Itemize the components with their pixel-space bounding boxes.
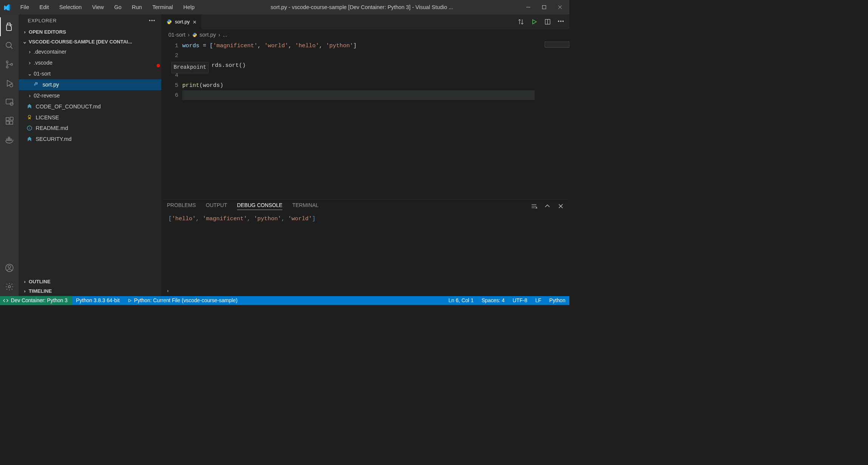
menu-help[interactable]: Help xyxy=(179,3,199,12)
tree-file-coc[interactable]: CODE_OF_CONDUCT.md xyxy=(19,101,162,112)
panel: PROBLEMS OUTPUT DEBUG CONSOLE TERMINAL [… xyxy=(162,199,569,296)
accounts-icon[interactable] xyxy=(0,258,19,277)
python-file-icon xyxy=(192,32,197,37)
svg-point-4 xyxy=(6,42,11,48)
svg-marker-28 xyxy=(533,20,537,24)
close-icon[interactable] xyxy=(557,4,563,11)
close-tab-icon[interactable]: × xyxy=(193,18,196,26)
tree-folder-01-sort[interactable]: ⌄ 01-sort xyxy=(19,68,162,79)
tree-file-sortpy[interactable]: sort.py xyxy=(19,79,162,90)
chevron-down-icon: ⌄ xyxy=(22,39,28,45)
debug-console-output[interactable]: ['hello', 'magnificent', 'python', 'worl… xyxy=(162,212,569,286)
minimap[interactable] xyxy=(535,41,569,199)
chevron-right-icon: › xyxy=(27,60,33,66)
timeline-header[interactable]: › TIMELINE xyxy=(19,286,162,296)
close-panel-icon[interactable] xyxy=(558,203,564,209)
more-actions-icon[interactable]: ••• xyxy=(558,19,564,25)
run-icon[interactable] xyxy=(531,19,537,25)
breakpoint-icon[interactable] xyxy=(157,64,160,67)
status-encoding[interactable]: UTF-8 xyxy=(509,298,531,304)
search-icon[interactable] xyxy=(0,36,19,55)
code-text: , xyxy=(319,42,326,49)
status-python[interactable]: Python 3.8.3 64-bit xyxy=(72,298,124,304)
status-language[interactable]: Python xyxy=(545,298,569,304)
output-text: 'magnificent' xyxy=(203,215,247,222)
svg-rect-11 xyxy=(6,99,13,104)
status-spaces[interactable]: Spaces: 4 xyxy=(478,298,509,304)
maximize-panel-icon[interactable] xyxy=(544,203,550,209)
tree-file-license[interactable]: LICENSE xyxy=(19,112,162,123)
tree-folder-devcontainer[interactable]: › .devcontainer xyxy=(19,46,162,57)
explorer-icon[interactable] xyxy=(0,17,19,36)
svg-point-22 xyxy=(8,266,11,268)
status-ln-col[interactable]: Ln 6, Col 1 xyxy=(444,298,478,304)
play-icon xyxy=(128,298,132,303)
svg-point-24 xyxy=(35,83,36,83)
remote-explorer-icon[interactable] xyxy=(0,93,19,111)
maximize-icon[interactable] xyxy=(541,4,547,11)
output-text: 'world' xyxy=(288,215,312,222)
chevron-right-icon: › xyxy=(22,29,28,35)
svg-rect-14 xyxy=(6,121,9,124)
status-launch[interactable]: Python: Current File (vscode-course-samp… xyxy=(123,298,241,304)
breadcrumb[interactable]: 01-sort › sort.py › ... xyxy=(162,29,569,40)
run-debug-icon[interactable] xyxy=(0,74,19,93)
tree-folder-02-reverse[interactable]: › 02-reverse xyxy=(19,90,162,101)
output-text: ] xyxy=(312,215,315,222)
outline-header[interactable]: › OUTLINE xyxy=(19,277,162,287)
menu-run[interactable]: Run xyxy=(128,3,146,12)
code-editor[interactable]: 1 2 4 5 6 words = ['magnificent', 'world… xyxy=(162,41,569,199)
settings-icon[interactable] xyxy=(0,277,19,296)
workspace-header[interactable]: ⌄ VSCODE-COURSE-SAMPLE [DEV CONTAI... xyxy=(19,37,162,46)
clear-console-icon[interactable] xyxy=(531,203,537,209)
minimap-viewport[interactable] xyxy=(545,42,570,48)
output-text: [ xyxy=(168,215,172,222)
panel-tab-output[interactable]: OUTPUT xyxy=(206,202,227,210)
editor-tab-sortpy[interactable]: sort.py × xyxy=(162,14,202,29)
output-text: 'python' xyxy=(254,215,281,222)
python-file-icon xyxy=(34,82,40,88)
open-editors-header[interactable]: › OPEN EDITORS xyxy=(19,27,162,37)
svg-text:i: i xyxy=(29,126,30,130)
sidebar: EXPLORER ••• › OPEN EDITORS ⌄ VSCODE-COU… xyxy=(19,14,162,296)
tab-label: sort.py xyxy=(175,19,190,25)
menu-edit[interactable]: Edit xyxy=(35,3,53,12)
code-content[interactable]: words = ['magnificent', 'world', 'hello'… xyxy=(182,41,535,199)
status-remote-label: Dev Container: Python 3 xyxy=(11,298,68,304)
panel-tab-terminal[interactable]: TERMINAL xyxy=(292,202,319,210)
extensions-icon[interactable] xyxy=(0,111,19,130)
compare-changes-icon[interactable] xyxy=(518,19,524,25)
panel-tab-problems[interactable]: PROBLEMS xyxy=(167,202,196,210)
tree-file-security[interactable]: SECURITY.md xyxy=(19,134,162,145)
tree-folder-vscode[interactable]: › .vscode xyxy=(19,57,162,68)
menu-go[interactable]: Go xyxy=(110,3,126,12)
markdown-file-icon xyxy=(27,136,33,142)
activity-bar xyxy=(0,14,19,296)
panel-tabs: PROBLEMS OUTPUT DEBUG CONSOLE TERMINAL xyxy=(162,200,569,212)
status-remote[interactable]: Dev Container: Python 3 xyxy=(0,296,72,305)
info-file-icon: i xyxy=(27,125,33,131)
debug-console-input[interactable]: › xyxy=(162,286,569,296)
breadcrumb-file[interactable]: sort.py xyxy=(200,32,216,38)
menu-selection[interactable]: Selection xyxy=(55,3,86,12)
code-text: print xyxy=(182,82,199,88)
tree-label: 02-reverse xyxy=(34,93,60,99)
svg-point-25 xyxy=(28,115,31,118)
menu-view[interactable]: View xyxy=(88,3,108,12)
more-icon[interactable]: ••• xyxy=(149,18,156,23)
panel-tab-debug-console[interactable]: DEBUG CONSOLE xyxy=(237,202,282,210)
menu-file[interactable]: File xyxy=(16,3,34,12)
docker-icon[interactable] xyxy=(0,130,19,149)
code-text: ] xyxy=(353,42,357,49)
breadcrumb-folder[interactable]: 01-sort xyxy=(168,32,185,38)
source-control-icon[interactable] xyxy=(0,55,19,74)
timeline-label: TIMELINE xyxy=(29,289,52,294)
menu-terminal[interactable]: Terminal xyxy=(148,3,177,12)
split-editor-icon[interactable] xyxy=(544,19,551,25)
status-eol[interactable]: LF xyxy=(531,298,545,304)
minimize-icon[interactable] xyxy=(525,4,532,11)
file-tree: › .devcontainer › .vscode ⌄ 01-sort sort… xyxy=(19,46,162,277)
code-text: 'hello' xyxy=(295,42,319,49)
svg-rect-15 xyxy=(10,121,13,124)
tree-file-readme[interactable]: i README.md xyxy=(19,123,162,134)
